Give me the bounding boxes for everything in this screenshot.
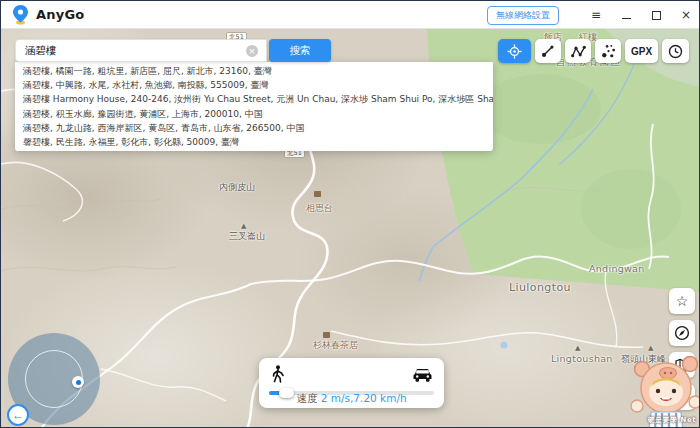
search-result-item[interactable]: 涵碧楼, 九龙山路, 西海岸新区, 黄岛区, 青岛市, 山东省, 266500,… — [15, 121, 493, 135]
jump-teleport-button[interactable] — [595, 39, 621, 63]
map-label-teahouse: 杉林春茶居 — [313, 339, 358, 352]
search-query-text: 涵碧樓 — [25, 44, 246, 58]
app-logo-pin-icon — [13, 5, 28, 25]
teleport-mode-button[interactable] — [498, 39, 531, 63]
two-spot-route-button[interactable] — [535, 39, 561, 63]
clear-search-icon[interactable]: × — [246, 45, 258, 57]
two-spot-route-icon — [541, 44, 555, 58]
search-input[interactable]: 涵碧樓 × — [15, 39, 267, 62]
car-icon — [413, 368, 432, 382]
joystick-handle[interactable] — [72, 376, 84, 388]
map-label-sanchalunshan: 三叉崙山 — [229, 230, 265, 243]
search-button[interactable]: 搜索 — [269, 39, 331, 62]
menu-icon[interactable]: ≡ — [581, 1, 611, 29]
peak-icon: ▲ — [648, 344, 653, 352]
gpx-label: GPX — [631, 46, 652, 57]
teahouse-icon — [323, 332, 330, 338]
pond — [501, 342, 508, 349]
history-button[interactable] — [662, 39, 689, 63]
gpx-import-button[interactable]: GPX — [625, 39, 658, 63]
map-label-neicepishan: 內側皮山 — [219, 181, 255, 194]
titlebar: AnyGo 無線網絡設置 ≡ × — [1, 1, 700, 29]
trail-sw — [101, 369, 226, 401]
clock-icon — [668, 44, 683, 59]
trail-south — [331, 331, 643, 347]
minimize-icon[interactable] — [611, 1, 641, 29]
crosshair-icon — [507, 44, 522, 59]
speed-value: 2 m/s,7.20 km/h — [321, 392, 407, 404]
peak-icon: ▲ — [241, 222, 246, 230]
search-results-dropdown: 涵碧樓, 橘園一路, 粗坑里, 新店區, 屈尺, 新北市, 23160, 臺灣 … — [15, 62, 493, 151]
speed-readout: 速度 2 m/s,7.20 km/h — [259, 392, 444, 406]
compass-icon — [674, 325, 690, 341]
star-icon: ☆ — [676, 293, 689, 309]
multi-spot-route-icon — [571, 45, 586, 58]
app-title: AnyGo — [36, 7, 84, 22]
map-label-xiangsitai: 相思台 — [306, 202, 333, 215]
search-result-item[interactable]: 涵碧楼, 积玉水廊, 豫园街道, 黄浦区, 上海市, 200010, 中国 — [15, 107, 493, 121]
map-label-liulongtou: Liulongtou — [509, 281, 571, 294]
favorites-button[interactable]: ☆ — [669, 288, 695, 314]
search-result-item[interactable]: 涵碧樓, 中興路, 水尾, 水社村, 魚池鄉, 南投縣, 555009, 臺灣 — [15, 78, 493, 92]
maximize-icon[interactable] — [641, 1, 671, 29]
map-label-andingwan: Andingwan — [589, 263, 645, 274]
back-arrow-icon: ← — [12, 408, 24, 422]
jump-teleport-icon — [601, 44, 616, 59]
search-result-item[interactable]: 馨碧樓, 民生路, 永福里, 彰化市, 彰化縣, 50009, 臺灣 — [15, 135, 493, 149]
speed-panel: 速度 2 m/s,7.20 km/h — [259, 358, 444, 408]
map-label-lingtoushan: Lingtoushan — [551, 353, 613, 364]
back-button[interactable]: ← — [7, 404, 29, 426]
site-watermark: 硬是要學.Net — [647, 415, 696, 425]
compass-button[interactable] — [669, 320, 695, 346]
multi-spot-route-button[interactable] — [565, 39, 591, 63]
speed-label: 速度 — [296, 392, 317, 404]
search-result-item[interactable]: 涵碧樓, 橘園一路, 粗坑里, 新店區, 屈尺, 新北市, 23160, 臺灣 — [15, 64, 493, 78]
close-icon[interactable]: × — [671, 1, 700, 29]
road-w — [1, 162, 82, 221]
peak-icon: ▲ — [575, 344, 580, 352]
search-result-item[interactable]: 涵碧樓 Harmony House, 240-246, 汝州街 Yu Chau … — [15, 92, 493, 106]
walking-icon — [271, 365, 284, 383]
wireless-network-settings-button[interactable]: 無線網絡設置 — [487, 6, 559, 25]
